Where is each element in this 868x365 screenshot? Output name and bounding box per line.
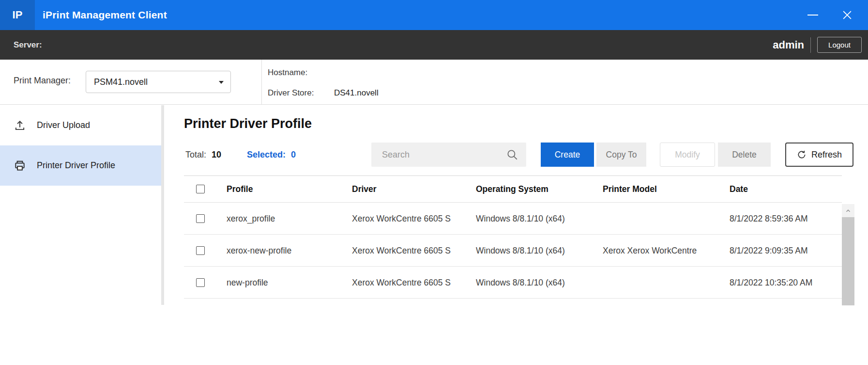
- selected-label: Selected:: [247, 150, 286, 159]
- chevron-up-icon: [845, 207, 852, 214]
- hostname-row: Hostname:: [268, 66, 334, 79]
- sidebar-main-divider: [161, 105, 164, 305]
- driver-store-row: Driver Store: DS41.novell: [268, 87, 379, 99]
- copy-to-button[interactable]: Copy To: [596, 143, 646, 167]
- sidebar-item-driver-upload[interactable]: Driver Upload: [0, 105, 161, 145]
- table-row: xerox-new-profile Xerox WorkCentre 6605 …: [184, 235, 842, 267]
- close-icon: [843, 11, 852, 19]
- close-button[interactable]: [840, 0, 854, 30]
- table-header-row: Profile Driver Operating System Printer …: [184, 175, 842, 203]
- modify-button[interactable]: Modify: [660, 143, 715, 167]
- column-header-profile: Profile: [227, 184, 338, 194]
- cell-os: Windows 8/8.1/10 (x64): [476, 213, 590, 223]
- column-header-date: Date: [730, 184, 838, 194]
- manager-bar-divider: [261, 60, 262, 105]
- table-row: xerox_profile Xerox WorkCentre 6605 S Wi…: [184, 203, 842, 235]
- column-header-driver: Driver: [352, 184, 473, 194]
- printer-icon: [14, 159, 26, 172]
- hostname-label: Hostname:: [268, 68, 334, 78]
- cell-profile: xerox_profile: [227, 213, 338, 223]
- cell-os: Windows 8/8.1/10 (x64): [476, 277, 590, 287]
- cell-driver: Xerox WorkCentre 6605 S: [352, 213, 473, 223]
- row-checkbox[interactable]: [196, 246, 205, 255]
- driver-store-value: DS41.novell: [334, 88, 379, 98]
- server-bar-right: admin Logout: [773, 30, 862, 60]
- cell-os: Windows 8/8.1/10 (x64): [476, 245, 590, 255]
- scrollbar-up-button[interactable]: [842, 204, 854, 217]
- column-header-printer-model: Printer Model: [603, 184, 724, 194]
- delete-button[interactable]: Delete: [718, 143, 771, 167]
- app-logo-text: IP: [13, 9, 23, 21]
- print-manager-select[interactable]: PSM41.novell: [86, 71, 231, 93]
- minimize-icon: [807, 15, 818, 16]
- table-scrollbar[interactable]: [842, 204, 854, 305]
- cell-profile: new-profile: [227, 277, 338, 287]
- app-title: iPrint Management Client: [43, 9, 167, 21]
- search-icon: [506, 148, 518, 161]
- username: admin: [773, 39, 804, 51]
- cell-driver: Xerox WorkCentre 6605 S: [352, 277, 473, 287]
- topbar-divider: [810, 37, 811, 53]
- column-header-operating-system: Operating System: [476, 184, 590, 194]
- cell-printer-model: Xerox Xerox WorkCentre: [603, 245, 724, 255]
- sidebar-item-label: Printer Driver Profile: [37, 160, 115, 171]
- total-label: Total:: [185, 150, 206, 159]
- cell-date: 8/1/2022 10:35:20 AM: [730, 277, 838, 287]
- sidebar-item-label: Driver Upload: [37, 120, 90, 130]
- refresh-label: Refresh: [811, 150, 842, 160]
- table-stats: Total:10Selected:0: [185, 150, 296, 160]
- minimize-button[interactable]: [807, 0, 819, 30]
- server-bar: Server: admin Logout: [0, 30, 868, 60]
- logout-button[interactable]: Logout: [817, 37, 862, 53]
- print-manager-value: PSM41.novell: [94, 77, 148, 87]
- selected-value: 0: [291, 150, 296, 159]
- total-value: 10: [212, 150, 221, 159]
- cell-date: 8/1/2022 8:59:36 AM: [730, 213, 838, 223]
- sidebar: Driver Upload Printer Driver Profile: [0, 105, 161, 365]
- driver-profile-table: Profile Driver Operating System Printer …: [184, 175, 854, 299]
- manager-bar: Print Manager: PSM41.novell Hostname: Dr…: [0, 60, 868, 105]
- server-label: Server:: [14, 40, 42, 50]
- row-checkbox[interactable]: [196, 214, 205, 223]
- window-controls: [807, 0, 868, 30]
- sidebar-item-printer-driver-profile[interactable]: Printer Driver Profile: [0, 145, 161, 186]
- print-manager-label: Print Manager:: [14, 76, 71, 86]
- table-row: new-profile Xerox WorkCentre 6605 S Wind…: [184, 267, 842, 299]
- app-window: IP iPrint Management Client Server: admi…: [0, 0, 868, 365]
- app-logo: IP: [0, 0, 35, 30]
- scrollbar-thumb[interactable]: [842, 217, 854, 305]
- select-all-checkbox[interactable]: [196, 185, 205, 193]
- cell-driver: Xerox WorkCentre 6605 S: [352, 245, 473, 255]
- chevron-down-icon: [219, 81, 224, 84]
- row-checkbox[interactable]: [196, 278, 205, 287]
- cell-date: 8/1/2022 9:09:35 AM: [730, 245, 838, 255]
- search-box: [371, 143, 526, 167]
- upload-icon: [14, 119, 26, 132]
- refresh-icon: [797, 150, 807, 159]
- page-title: Printer Driver Profile: [184, 116, 312, 131]
- cell-profile: xerox-new-profile: [227, 245, 338, 255]
- search-input[interactable]: [382, 143, 503, 167]
- titlebar: IP iPrint Management Client: [0, 0, 868, 30]
- create-button[interactable]: Create: [541, 143, 594, 167]
- refresh-button[interactable]: Refresh: [785, 143, 853, 167]
- driver-store-label: Driver Store:: [268, 88, 334, 98]
